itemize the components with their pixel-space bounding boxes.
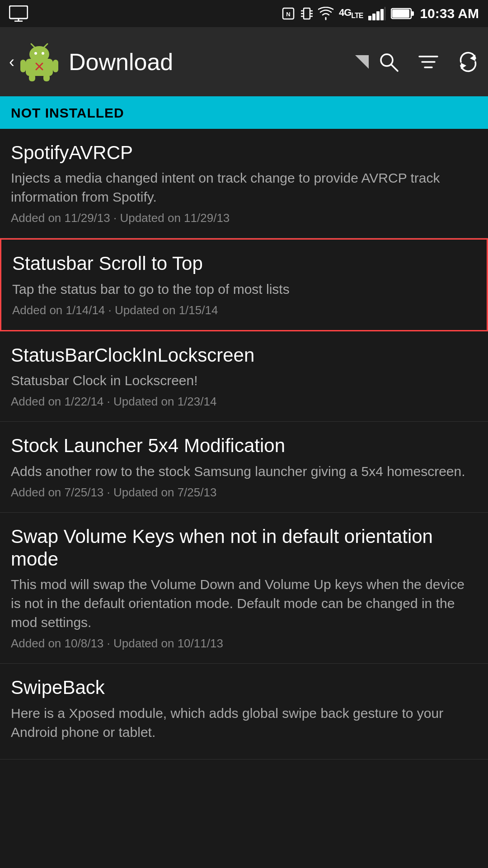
network-type: 4GLTE	[339, 7, 363, 20]
item-title: Swap Volume Keys when not in default ori…	[11, 525, 477, 571]
list-item[interactable]: StatusBarClockInLockscreen Statusbar Clo…	[0, 331, 488, 422]
page-title: Download	[69, 48, 355, 75]
svg-rect-15	[380, 9, 384, 20]
svg-rect-28	[29, 74, 35, 81]
svg-point-22	[34, 52, 37, 55]
item-title: Statusbar Scroll to Top	[12, 252, 476, 275]
item-title: StatusBarClockInLockscreen	[11, 344, 477, 367]
svg-line-34	[391, 65, 398, 71]
item-description: Tap the status bar to go to the top of m…	[12, 280, 476, 299]
item-description: Adds another row to the stock Samsung la…	[11, 462, 477, 481]
svg-rect-26	[20, 60, 26, 72]
list-item[interactable]: SwipeBack Here is a Xposed module, which…	[0, 664, 488, 759]
vibrate-icon	[301, 6, 313, 21]
refresh-button[interactable]	[457, 51, 479, 73]
item-meta: Added on 1/22/14 · Updated on 1/23/14	[11, 395, 477, 409]
item-title: Stock Launcher 5x4 Modification	[11, 434, 477, 457]
svg-rect-18	[392, 9, 409, 18]
status-bar-left	[9, 5, 28, 22]
svg-rect-12	[368, 16, 371, 20]
signal-icon	[368, 7, 385, 20]
svg-point-21	[29, 46, 49, 62]
svg-rect-27	[53, 60, 58, 72]
nfc-icon: N	[281, 6, 296, 21]
svg-point-23	[42, 52, 44, 55]
wifi-icon	[318, 7, 333, 20]
item-title: SwipeBack	[11, 676, 477, 699]
back-button[interactable]: ‹	[9, 52, 14, 71]
status-bar: N 4GLTE	[0, 0, 488, 27]
svg-text:N: N	[286, 11, 290, 18]
item-meta: Added on 10/8/13 · Updated on 10/11/13	[11, 637, 477, 651]
toolbar-icons	[378, 51, 479, 73]
svg-rect-19	[411, 11, 414, 16]
svg-rect-14	[376, 11, 380, 20]
svg-rect-13	[372, 14, 375, 20]
svg-rect-0	[9, 6, 28, 19]
svg-rect-5	[304, 8, 310, 19]
item-description: Statusbar Clock in Lockscreen!	[11, 371, 477, 390]
battery-icon	[391, 7, 414, 20]
list-item[interactable]: Swap Volume Keys when not in default ori…	[0, 513, 488, 664]
svg-rect-16	[385, 7, 385, 20]
notification-icon	[9, 5, 28, 22]
status-bar-right: N 4GLTE	[281, 6, 479, 21]
filter-button[interactable]	[418, 51, 439, 73]
item-meta: Added on 11/29/13 · Updated on 11/29/13	[11, 211, 477, 225]
item-meta: Added on 1/14/14 · Updated on 1/15/14	[12, 303, 476, 317]
svg-marker-38	[470, 55, 475, 61]
list-item[interactable]: Stock Launcher 5x4 Modification Adds ano…	[0, 422, 488, 512]
svg-marker-39	[461, 63, 466, 69]
section-header-not-installed: NOT INSTALLED	[0, 97, 488, 129]
item-description: Here is a Xposed module, which adds glob…	[11, 704, 477, 742]
time-display: 10:33 AM	[420, 6, 479, 21]
svg-line-24	[31, 44, 35, 47]
dropdown-indicator	[355, 55, 369, 69]
svg-rect-29	[43, 74, 50, 81]
app-bar: ‹ Download	[0, 27, 488, 97]
list-item[interactable]: SpotifyAVRCP Injects a media changed int…	[0, 129, 488, 238]
item-title: SpotifyAVRCP	[11, 142, 477, 164]
items-list: SpotifyAVRCP Injects a media changed int…	[0, 129, 488, 760]
item-meta: Added on 7/25/13 · Updated on 7/25/13	[11, 486, 477, 500]
list-item[interactable]: Statusbar Scroll to Top Tap the status b…	[0, 238, 488, 331]
android-logo	[19, 42, 60, 82]
search-button[interactable]	[378, 51, 399, 73]
item-description: This mod will swap the Volume Down and V…	[11, 575, 477, 632]
svg-marker-32	[355, 55, 369, 69]
item-description: Injects a media changed intent on track …	[11, 169, 477, 207]
svg-line-25	[44, 44, 47, 47]
